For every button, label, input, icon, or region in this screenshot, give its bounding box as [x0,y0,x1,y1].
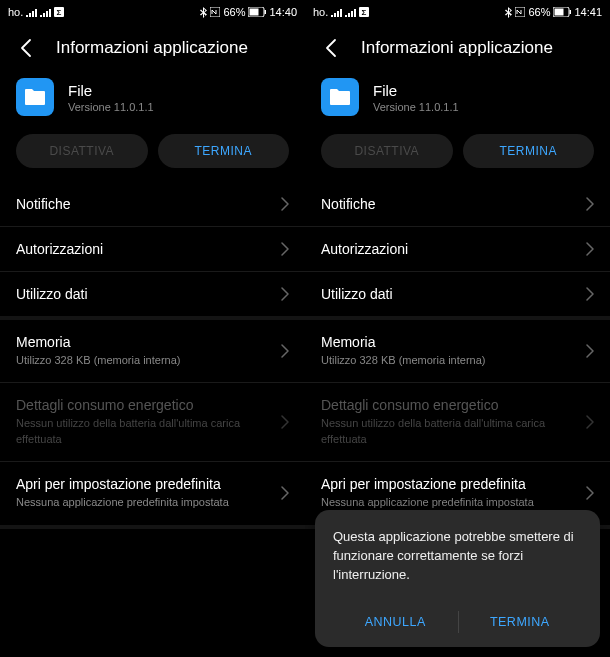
permissions-item[interactable]: Autorizzazioni [305,227,610,272]
item-label: Utilizzo dati [321,286,576,302]
item-label: Apri per impostazione predefinita [16,476,271,492]
sim-icon: Σ [54,7,64,17]
storage-item[interactable]: Memoria Utilizzo 328 KB (memoria interna… [0,320,305,383]
open-by-default-item[interactable]: Apri per impostazione predefinita Nessun… [0,462,305,524]
bluetooth-icon [505,7,512,18]
svg-rect-10 [555,9,564,16]
arrow-left-icon [321,38,341,58]
svg-text:Σ: Σ [362,8,367,17]
permissions-item[interactable]: Autorizzazioni [0,227,305,272]
item-sublabel: Utilizzo 328 KB (memoria interna) [321,353,576,368]
header: Informazioni applicazione [305,24,610,76]
chevron-right-icon [586,415,594,429]
item-sublabel: Utilizzo 328 KB (memoria interna) [16,353,271,368]
signal-icon-2 [40,8,51,17]
arrow-left-icon [16,38,36,58]
screen-left: ho. Σ 66% 14:40 Informazioni applicazion… [0,0,305,657]
app-icon [321,78,359,116]
chevron-right-icon [586,486,594,500]
chevron-right-icon [586,344,594,358]
chevron-right-icon [586,242,594,256]
item-sublabel: Nessun utilizzo della batteria dall'ulti… [321,416,576,447]
signal-icon-2 [345,8,356,17]
bluetooth-icon [200,7,207,18]
item-label: Notifiche [321,196,576,212]
sim-icon: Σ [359,7,369,17]
disable-button: DISATTIVA [16,134,148,168]
folder-icon [329,88,351,106]
action-buttons: DISATTIVA TERMINA [305,134,610,182]
data-usage-item[interactable]: Utilizzo dati [305,272,610,316]
terminate-button[interactable]: TERMINA [158,134,290,168]
action-buttons: DISATTIVA TERMINA [0,134,305,182]
data-usage-item[interactable]: Utilizzo dati [0,272,305,316]
item-label: Memoria [321,334,576,350]
folder-icon [24,88,46,106]
storage-item[interactable]: Memoria Utilizzo 328 KB (memoria interna… [305,320,610,383]
svg-text:Σ: Σ [57,8,62,17]
status-bar: ho. Σ 66% 14:40 [0,0,305,24]
app-name: File [68,82,154,99]
item-label: Dettagli consumo energetico [16,397,271,413]
item-label: Notifiche [16,196,271,212]
carrier-label: ho. [8,6,23,18]
chevron-right-icon [586,197,594,211]
energy-item: Dettagli consumo energetico Nessun utili… [0,383,305,462]
battery-percent: 66% [223,6,245,18]
item-label: Dettagli consumo energetico [321,397,576,413]
battery-icon [248,7,266,17]
app-info-row: File Versione 11.0.1.1 [0,76,305,134]
notifications-item[interactable]: Notifiche [305,182,610,227]
item-label: Apri per impostazione predefinita [321,476,576,492]
page-title: Informazioni applicazione [361,38,553,58]
dialog-confirm-button[interactable]: TERMINA [458,601,583,643]
chevron-right-icon [281,242,289,256]
notifications-item[interactable]: Notifiche [0,182,305,227]
confirm-dialog: Questa applicazione potrebbe smettere di… [315,510,600,647]
clock: 14:41 [574,6,602,18]
app-name: File [373,82,459,99]
page-title: Informazioni applicazione [56,38,248,58]
dialog-cancel-button[interactable]: ANNULLA [333,601,458,643]
item-label: Memoria [16,334,271,350]
nfc-icon [515,7,525,17]
dialog-message: Questa applicazione potrebbe smettere di… [333,528,582,585]
chevron-right-icon [586,287,594,301]
item-label: Utilizzo dati [16,286,271,302]
chevron-right-icon [281,344,289,358]
chevron-right-icon [281,287,289,301]
signal-icon [26,8,37,17]
item-sublabel: Nessuna applicazione predefinita imposta… [16,495,271,510]
terminate-button[interactable]: TERMINA [463,134,595,168]
app-version: Versione 11.0.1.1 [68,101,154,113]
back-button[interactable] [16,38,36,58]
app-info-row: File Versione 11.0.1.1 [305,76,610,134]
item-label: Autorizzazioni [16,241,271,257]
signal-icon [331,8,342,17]
energy-item: Dettagli consumo energetico Nessun utili… [305,383,610,462]
item-label: Autorizzazioni [321,241,576,257]
status-bar: ho. Σ 66% 14:41 [305,0,610,24]
svg-rect-5 [265,10,267,14]
carrier-label: ho. [313,6,328,18]
item-sublabel: Nessun utilizzo della batteria dall'ulti… [16,416,271,447]
svg-rect-4 [250,9,259,16]
chevron-right-icon [281,486,289,500]
nfc-icon [210,7,220,17]
chevron-right-icon [281,415,289,429]
app-version: Versione 11.0.1.1 [373,101,459,113]
disable-button: DISATTIVA [321,134,453,168]
screen-right: ho. Σ 66% 14:41 Informazioni applicazion… [305,0,610,657]
back-button[interactable] [321,38,341,58]
battery-icon [553,7,571,17]
chevron-right-icon [281,197,289,211]
app-icon [16,78,54,116]
battery-percent: 66% [528,6,550,18]
svg-rect-11 [570,10,572,14]
clock: 14:40 [269,6,297,18]
item-sublabel: Nessuna applicazione predefinita imposta… [321,495,576,510]
header: Informazioni applicazione [0,24,305,76]
